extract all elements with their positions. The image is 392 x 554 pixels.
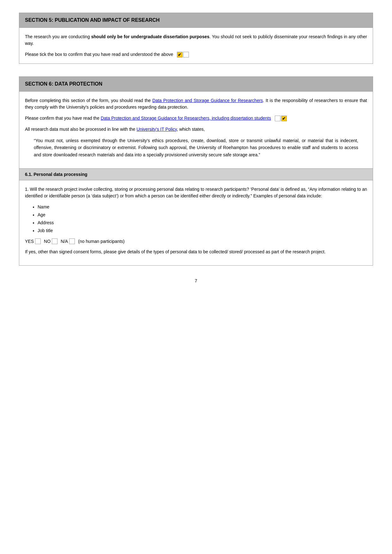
section-6-it-link[interactable]: University's IT Policy <box>136 127 177 132</box>
bullet-address: Address <box>38 220 54 225</box>
yes-label: YES <box>25 239 34 244</box>
no-item: NO <box>44 238 57 244</box>
section-5-body: The research you are conducting should o… <box>19 28 373 63</box>
section-5-paragraph: The research you are conducting should o… <box>25 33 367 47</box>
section-6-link1[interactable]: Data Protection and Storage Guidance for… <box>152 98 263 103</box>
section-5-box: SECTION 5: PUBLICATION AND IMPACT OF RES… <box>19 13 373 64</box>
section-6-checkbox-group: ✔ <box>275 116 287 121</box>
section-6-confirm-text1: Please confirm that you have read the <box>25 116 101 121</box>
list-item: Address <box>38 220 367 226</box>
section-6-check-icon[interactable]: ✔ <box>281 116 287 121</box>
section-6-checkbox[interactable] <box>275 116 280 121</box>
subsection-6-1-title: 6.1. Personal data processing <box>25 172 87 177</box>
yes-no-row: YES NO N/A (no human participants) <box>25 238 367 244</box>
section-6-intro: Before completing this section of the fo… <box>25 97 367 111</box>
na-desc: (no human participants) <box>78 239 124 244</box>
section-5-checkbox[interactable] <box>183 52 189 57</box>
yes-item: YES <box>25 238 41 244</box>
section-6-it-text1: All research data must also be processed… <box>25 127 136 132</box>
section-5-confirm-text: Please tick the box to confirm that you … <box>25 52 173 57</box>
page-number-text: 7 <box>195 278 197 283</box>
page-number: 7 <box>19 278 373 283</box>
section-6-it-policy-para: All research data must also be processed… <box>25 126 367 133</box>
section-5-bold: should only be for undergraduate dissert… <box>91 34 210 39</box>
yes-checkbox[interactable] <box>35 238 41 244</box>
section-5-confirm-paragraph: Please tick the box to confirm that you … <box>25 51 367 58</box>
section-6-intro-text1: Before completing this section of the fo… <box>25 98 152 103</box>
no-label: NO <box>44 239 51 244</box>
list-item: Name <box>38 204 367 210</box>
na-item: N/A (no human participants) <box>61 238 124 244</box>
section-6-confirm-link[interactable]: Data Protection and Storage Guidance for… <box>101 116 271 121</box>
section-6-it-text2: , which states, <box>177 127 205 132</box>
section-5-header: SECTION 5: PUBLICATION AND IMPACT OF RES… <box>19 13 373 28</box>
no-checkbox[interactable] <box>52 238 57 244</box>
section-5-title: SECTION 5: PUBLICATION AND IMPACT OF RES… <box>25 17 160 23</box>
personal-data-list: Name Age Address Job title <box>38 204 367 234</box>
subsection-6-1-header: 6.1. Personal data processing <box>19 168 373 180</box>
section-5-check-icon[interactable]: ✔ <box>177 52 183 57</box>
bullet-age: Age <box>38 212 45 217</box>
section-5-checkbox-group: ✔ <box>177 52 189 57</box>
q1-paragraph: 1. Will the research project involve col… <box>25 186 367 199</box>
bullet-name: Name <box>38 204 49 209</box>
na-checkbox[interactable] <box>69 238 75 244</box>
if-yes-text: If yes, other than signed consent forms,… <box>25 249 326 254</box>
list-item: Age <box>38 212 367 218</box>
section-6-header: SECTION 6: DATA PROTECTION <box>19 77 373 92</box>
section-6-blockquote-text: “You must not, unless exempted through t… <box>34 138 358 157</box>
list-item: Job title <box>38 227 367 234</box>
section-6-title: SECTION 6: DATA PROTECTION <box>25 81 102 87</box>
section-6-confirm-para: Please confirm that you have read the Da… <box>25 115 367 122</box>
na-label: N/A <box>61 239 68 244</box>
q1-text: 1. Will the research project involve col… <box>25 187 367 198</box>
section-5-text1: The research you are conducting <box>25 34 91 39</box>
section-6-box: SECTION 6: DATA PROTECTION Before comple… <box>19 76 373 266</box>
bullet-jobtitle: Job title <box>38 228 53 233</box>
section-6-body: Before completing this section of the fo… <box>19 92 373 168</box>
subsection-6-1-body: 1. Will the research project involve col… <box>19 180 373 265</box>
if-yes-paragraph: If yes, other than signed consent forms,… <box>25 249 367 255</box>
section-6-blockquote: “You must not, unless exempted through t… <box>34 137 358 158</box>
